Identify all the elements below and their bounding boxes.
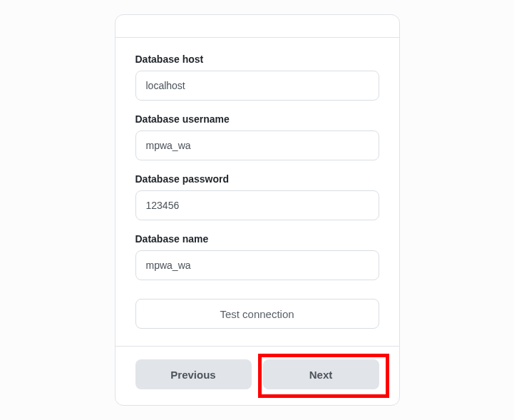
previous-button[interactable]: Previous: [135, 359, 252, 389]
database-name-label: Database name: [135, 233, 379, 245]
database-host-input[interactable]: [135, 71, 379, 101]
database-name-group: Database name: [135, 233, 379, 280]
card-body: Database host Database username Database…: [115, 38, 399, 346]
database-host-label: Database host: [135, 53, 379, 65]
database-password-label: Database password: [135, 173, 379, 185]
test-connection-button[interactable]: Test connection: [135, 299, 379, 329]
database-username-input[interactable]: [135, 130, 379, 160]
card-header-spacer: [115, 15, 399, 38]
database-host-group: Database host: [135, 53, 379, 101]
database-password-input[interactable]: [135, 190, 379, 220]
database-username-group: Database username: [135, 113, 379, 160]
card-footer: Previous Next: [115, 346, 399, 405]
database-name-input[interactable]: [135, 250, 379, 280]
database-username-label: Database username: [135, 113, 379, 125]
database-setup-card: Database host Database username Database…: [115, 14, 400, 406]
next-button[interactable]: Next: [263, 359, 379, 389]
database-password-group: Database password: [135, 173, 379, 220]
